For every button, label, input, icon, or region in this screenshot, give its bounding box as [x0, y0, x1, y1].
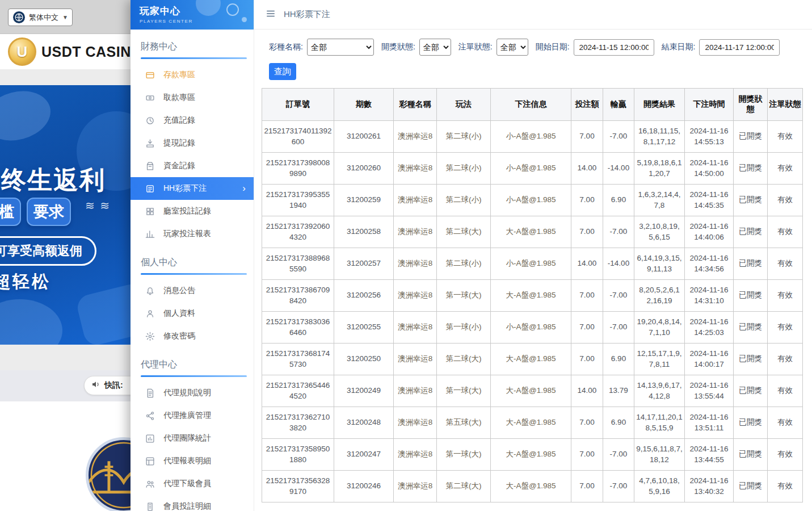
draw-status-select[interactable]: 全部 [419, 39, 451, 56]
cell-period: 31200256 [334, 280, 394, 312]
cell-result: 12,15,17,1,9,7,8,11 [634, 344, 685, 375]
column-header: 下注信息 [491, 89, 571, 121]
waves-icon: ≋ ≋ [85, 199, 111, 212]
orders-table-body: 215217317401139260031200261澳洲幸运8第二球(小)小-… [262, 121, 803, 502]
cell-winloss: -14.00 [603, 153, 634, 185]
game-filter-label: 彩種名稱: [269, 42, 303, 52]
sidebar-item-label: 資金記錄 [163, 161, 195, 171]
cell-play: 第一球(大) [437, 439, 491, 471]
orders-table: 訂單號期數彩種名稱玩法下注信息投注額輸贏開獎結果下注時間開獎狀態注單狀態 215… [262, 88, 803, 502]
lottery-bet-icon [145, 184, 155, 194]
orders-table-wrap: 訂單號期數彩種名稱玩法下注信息投注額輸贏開獎結果下注時間開獎狀態注單狀態 215… [262, 88, 805, 502]
game-select[interactable]: 全部 [307, 39, 374, 56]
sidebar-item-label: 代理推廣管理 [163, 411, 211, 421]
cell-period: 31200247 [334, 439, 394, 471]
cell-bet-info: 小-A盤@1.985 [491, 248, 571, 280]
end-date-input[interactable] [699, 39, 780, 56]
sidebar-item-recharge-record[interactable]: 充值記錄 [131, 109, 254, 132]
table-row: 215217317365446452031200249澳洲幸运8第一球(大)大-… [262, 375, 803, 407]
site-logo-text: USDT CASINO [41, 44, 142, 60]
sidebar-item-deposit-card[interactable]: 存款專區 [131, 64, 254, 86]
column-header: 期數 [334, 89, 394, 121]
sidebar-item-room-bet-record[interactable]: 廳室投註記錄 [131, 200, 254, 223]
cell-amount: 7.00 [571, 185, 603, 216]
sidebar-item-agent-members[interactable]: 代理下級會員 [131, 472, 254, 495]
sidebar-item-password-gear[interactable]: 修改密碼 [131, 325, 254, 347]
column-header: 輸贏 [603, 89, 634, 121]
cell-play: 第一球(小) [437, 312, 491, 344]
table-row: 215217317392060432031200258澳洲幸运8第二球(大)大-… [262, 216, 803, 248]
cell-game: 澳洲幸运8 [394, 248, 437, 280]
speaker-icon [91, 380, 100, 391]
cell-time: 2024-11-16 14:45:35 [685, 185, 734, 216]
banner-subline: 超轻松 [0, 270, 51, 294]
cell-draw-status: 已開獎 [734, 312, 768, 344]
column-header: 彩種名稱 [394, 89, 437, 121]
cell-period: 31200248 [334, 407, 394, 439]
cell-amount: 7.00 [571, 471, 603, 502]
cell-order-status: 有效 [768, 439, 803, 471]
sidebar-item-member-bet-detail[interactable]: 會員投註明細 [131, 495, 254, 511]
profile-icon [145, 309, 155, 319]
cell-game: 澳洲幸运8 [394, 407, 437, 439]
sidebar-item-label: 代理下級會員 [163, 479, 211, 489]
cell-period: 31200258 [334, 216, 394, 248]
cell-draw-status: 已開獎 [734, 439, 768, 471]
cell-result: 16,18,11,15,8,1,17,12 [634, 121, 685, 153]
agent-rules-icon [145, 388, 155, 398]
sidebar-item-label: 消息公告 [163, 286, 195, 296]
sidebar-item-label: 充值記錄 [163, 115, 195, 125]
order-status-select[interactable]: 全部 [497, 39, 528, 56]
sidebar-item-profile[interactable]: 個人資料 [131, 302, 254, 325]
cell-game: 澳洲幸运8 [394, 185, 437, 216]
language-selector[interactable]: 繁体中文 ▼ [8, 9, 73, 26]
caret-down-icon: ▼ [62, 14, 68, 20]
withdrawal-record-icon [145, 139, 155, 148]
section-underline [141, 375, 247, 377]
sidebar-item-player-report[interactable]: 玩家投注報表 [131, 223, 254, 245]
cell-amount: 7.00 [571, 344, 603, 375]
chevron-right-icon: › [242, 183, 246, 194]
end-date-label: 結束日期: [662, 42, 696, 52]
sidebar-item-agent-rules[interactable]: 代理規則說明 [131, 382, 254, 404]
cell-result: 19,20,4,8,14,7,1,10 [634, 312, 685, 344]
sidebar-item-label: HH彩票下注 [163, 183, 207, 194]
cell-amount: 7.00 [571, 312, 603, 344]
sidebar-section: 代理中心代理規則說明代理推廣管理代理團隊統計代理報表明細代理下級會員會員投註明細 [131, 359, 254, 511]
banner-pill: 可享受高额返佣 [0, 236, 96, 266]
cell-order-status: 有效 [768, 344, 803, 375]
cell-play: 第二球(大) [437, 216, 491, 248]
sidebar-item-agent-team-stats[interactable]: 代理團隊統計 [131, 427, 254, 450]
page-title: HH彩票下注 [284, 9, 330, 20]
sidebar-item-agent-report[interactable]: 代理報表明細 [131, 450, 254, 472]
agent-promo-icon [145, 411, 155, 421]
sidebar-item-announcement-bell[interactable]: 消息公告 [131, 279, 254, 302]
sidebar-item-withdraw[interactable]: 取款專區 [131, 86, 254, 109]
sidebar-section-title: 個人中心 [141, 257, 243, 269]
sidebar-item-funds-record[interactable]: 資金記錄 [131, 154, 254, 177]
sidebar-item-label: 會員投註明細 [163, 501, 211, 511]
table-row: 215217317362710382031200248澳洲幸运8第五球(大)大-… [262, 407, 803, 439]
hamburger-icon[interactable] [266, 9, 276, 21]
banner-decoration [0, 299, 62, 345]
language-label: 繁体中文 [29, 12, 58, 23]
cell-result: 3,2,10,8,19,5,6,15 [634, 216, 685, 248]
table-row: 215217317356328917031200246澳洲幸运8第二球(大)大-… [262, 471, 803, 502]
section-underline [141, 273, 247, 275]
cell-draw-status: 已開獎 [734, 280, 768, 312]
sidebar-item-agent-promo[interactable]: 代理推廣管理 [131, 404, 254, 427]
cell-game: 澳洲幸运8 [394, 153, 437, 185]
sidebar-item-label: 玩家投注報表 [163, 229, 211, 239]
withdraw-icon [145, 93, 155, 103]
cell-order-status: 有效 [768, 375, 803, 407]
cell-game: 澳洲幸运8 [394, 344, 437, 375]
cell-winloss: -7.00 [603, 216, 634, 248]
cell-period: 31200261 [334, 121, 394, 153]
cell-time: 2024-11-16 14:40:06 [685, 216, 734, 248]
sidebar-item-lottery-bet[interactable]: HH彩票下注› [131, 177, 254, 200]
sidebar-item-withdrawal-record[interactable]: 提現記錄 [131, 132, 254, 154]
cell-order-no: 2152173173654464520 [262, 375, 334, 407]
start-date-input[interactable] [574, 39, 654, 56]
query-button[interactable]: 查詢 [269, 63, 296, 80]
cell-order-status: 有效 [768, 153, 803, 185]
